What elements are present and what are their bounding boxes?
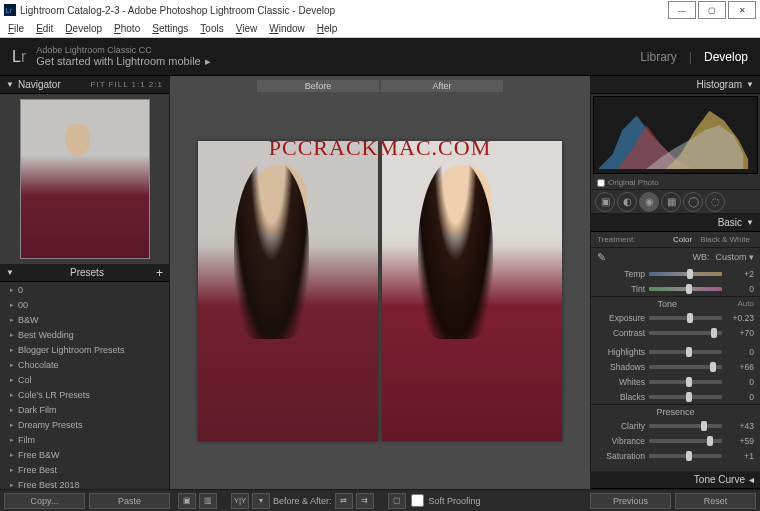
original-photo-toggle[interactable]: Original Photo — [591, 176, 760, 190]
mobile-link[interactable]: Get started with Lightroom mobile▸ — [36, 55, 210, 68]
close-button[interactable]: ✕ — [728, 1, 756, 19]
preset-item[interactable]: ▸Free Best — [0, 462, 169, 477]
white-balance-row: ✎ WB: Custom ▾ — [591, 248, 760, 266]
treatment-bw[interactable]: Black & White — [696, 235, 754, 244]
presets-header[interactable]: ▼ Presets + — [0, 264, 169, 282]
before-label: Before — [257, 80, 379, 92]
spot-tool[interactable]: ◐ — [617, 192, 637, 212]
brush-tool[interactable]: ◌ — [705, 192, 725, 212]
menu-window[interactable]: Window — [263, 23, 311, 34]
add-preset-button[interactable]: + — [156, 266, 163, 280]
navigator-title: Navigator — [18, 79, 61, 90]
histogram-header[interactable]: Histogram ▼ — [591, 76, 760, 94]
minimize-button[interactable]: — — [668, 1, 696, 19]
treatment-color[interactable]: Color — [669, 235, 696, 244]
histogram-display[interactable] — [593, 96, 758, 174]
preset-item[interactable]: ▸Col — [0, 372, 169, 387]
before-after-toggle[interactable]: Y|Y — [231, 493, 249, 509]
previous-button[interactable]: Previous — [590, 493, 671, 509]
histogram-title: Histogram — [697, 79, 743, 90]
chevron-down-icon: ▼ — [6, 80, 14, 89]
original-photo-checkbox[interactable] — [597, 179, 605, 187]
chevron-right-icon: ▸ — [10, 391, 14, 399]
tint-slider[interactable]: Tint 0 — [591, 281, 760, 296]
preset-item[interactable]: ▸Best Wedding — [0, 327, 169, 342]
temp-slider[interactable]: Temp +2 — [591, 266, 760, 281]
crop-tool[interactable]: ▣ — [595, 192, 615, 212]
menu-photo[interactable]: Photo — [108, 23, 146, 34]
redeye-tool[interactable]: ◉ — [639, 192, 659, 212]
menu-view[interactable]: View — [230, 23, 264, 34]
navigator-header[interactable]: ▼ Navigator FIT FILL 1:1 2:1 — [0, 76, 169, 94]
module-library[interactable]: Library — [640, 50, 677, 64]
preset-item[interactable]: ▸0 — [0, 282, 169, 297]
eyedropper-icon[interactable]: ✎ — [597, 251, 606, 264]
exposure-slider[interactable]: Exposure +0.23 — [591, 310, 760, 325]
presets-list[interactable]: ▸0▸00▸B&W▸Best Wedding▸Blogger Lightroom… — [0, 282, 169, 489]
wb-dropdown[interactable]: Custom ▾ — [715, 252, 754, 262]
contrast-slider[interactable]: Contrast +70 — [591, 325, 760, 340]
clarity-slider[interactable]: Clarity +43 — [591, 418, 760, 433]
basic-panel-header[interactable]: Basic ▼ — [591, 214, 760, 232]
before-photo[interactable] — [198, 141, 378, 441]
menu-settings[interactable]: Settings — [146, 23, 194, 34]
loupe-view-button[interactable]: ▣ — [178, 493, 196, 509]
shadows-slider[interactable]: Shadows +66 — [591, 359, 760, 374]
chevron-right-icon: ▸ — [10, 406, 14, 414]
chevron-right-icon: ▸ — [10, 451, 14, 459]
gradient-tool[interactable]: ▦ — [661, 192, 681, 212]
preset-item[interactable]: ▸Free Best 2018 — [0, 477, 169, 489]
preset-item[interactable]: ▸Cole's LR Presets — [0, 387, 169, 402]
brand-text: Adobe Lightroom Classic CC Get started w… — [36, 45, 210, 69]
vibrance-slider[interactable]: Vibrance +59 — [591, 433, 760, 448]
tone-curve-header[interactable]: Tone Curve ◂ — [591, 471, 760, 489]
after-photo[interactable] — [382, 141, 562, 441]
before-after-menu[interactable]: ▾ — [252, 493, 270, 509]
swap-button[interactable]: ⇄ — [335, 493, 353, 509]
preset-item[interactable]: ▸B&W — [0, 312, 169, 327]
menu-edit[interactable]: Edit — [30, 23, 59, 34]
radial-tool[interactable]: ◯ — [683, 192, 703, 212]
highlights-slider[interactable]: Highlights 0 — [591, 344, 760, 359]
menu-tools[interactable]: Tools — [194, 23, 229, 34]
navigator-zoom-controls[interactable]: FIT FILL 1:1 2:1 — [91, 80, 163, 89]
image-comparison-row — [170, 92, 590, 489]
compare-view-button[interactable]: ▥ — [199, 493, 217, 509]
auto-tone-button[interactable]: Auto — [738, 299, 754, 308]
maximize-button[interactable]: ▢ — [698, 1, 726, 19]
menu-file[interactable]: File — [2, 23, 30, 34]
soft-proofing-checkbox[interactable] — [411, 494, 424, 507]
right-panel: Histogram ▼ Original Photo ▣ ◐ ◉ ▦ ◯ ◌ B… — [590, 76, 760, 489]
preset-item[interactable]: ▸00 — [0, 297, 169, 312]
navigator-preview[interactable] — [0, 94, 169, 264]
tone-curve-title: Tone Curve — [694, 474, 745, 485]
menu-help[interactable]: Help — [311, 23, 344, 34]
menu-develop[interactable]: Develop — [59, 23, 108, 34]
module-develop[interactable]: Develop — [704, 50, 748, 64]
reset-button[interactable]: Reset — [675, 493, 756, 509]
left-panel: ▼ Navigator FIT FILL 1:1 2:1 ▼ Presets +… — [0, 76, 170, 489]
blacks-slider[interactable]: Blacks 0 — [591, 389, 760, 404]
preset-item[interactable]: ▸Free B&W — [0, 447, 169, 462]
before-after-labels: Before After — [170, 76, 590, 92]
treatment-label: Treatment: — [597, 235, 635, 244]
copy-settings-button[interactable]: ⇉ — [356, 493, 374, 509]
paste-button[interactable]: Paste — [89, 493, 170, 509]
chevron-right-icon: ▸ — [10, 421, 14, 429]
copy-button[interactable]: Copy... — [4, 493, 85, 509]
wb-label: WB: — [692, 252, 709, 262]
soft-proof-toggle[interactable]: ▢ — [388, 493, 406, 509]
whites-slider[interactable]: Whites 0 — [591, 374, 760, 389]
preset-item[interactable]: ▸Chocolate — [0, 357, 169, 372]
chevron-right-icon: ▸ — [10, 316, 14, 324]
treatment-row: Treatment: Color Black & White — [591, 232, 760, 248]
module-picker: Library | Develop — [640, 50, 748, 64]
preset-item[interactable]: ▸Film — [0, 432, 169, 447]
menubar: File Edit Develop Photo Settings Tools V… — [0, 20, 760, 38]
saturation-slider[interactable]: Saturation +1 — [591, 448, 760, 463]
preset-item[interactable]: ▸Dark Film — [0, 402, 169, 417]
preset-item[interactable]: ▸Dreamy Presets — [0, 417, 169, 432]
preset-item[interactable]: ▸Blogger Lightroom Presets — [0, 342, 169, 357]
window-title: Lightroom Catalog-2-3 - Adobe Photoshop … — [20, 5, 668, 16]
chevron-right-icon: ▸ — [10, 481, 14, 489]
